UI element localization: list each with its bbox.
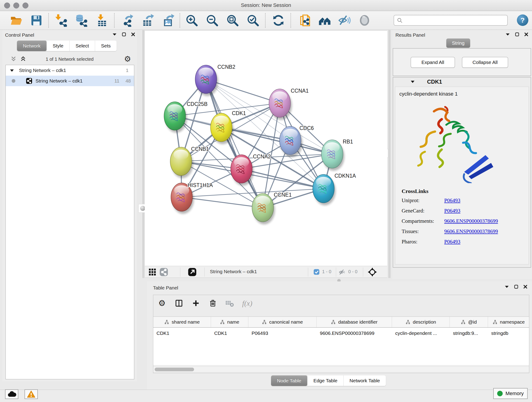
collapse-all-icon[interactable] [11,56,17,62]
cloud-button[interactable] [5,389,18,399]
tab-edge-table[interactable]: Edge Table [307,375,344,386]
export-network-icon [121,14,133,27]
function-builder-button[interactable]: f(x) [242,299,252,307]
panel-float-icon[interactable] [515,32,519,36]
search-input[interactable] [403,15,507,25]
show-graphics-details-button[interactable] [357,13,372,27]
network-row-selected[interactable]: String Network – cdk1 11 48 [6,76,134,86]
birdseye-toggle-button[interactable] [367,267,377,278]
table-row[interactable]: CDK1CDK1P064939606.ENSP00000378699cyclin… [153,328,529,339]
import-table-button[interactable] [95,13,109,27]
network-node-CCNE1[interactable]: CCNE1 [252,192,292,224]
zoom-selected-button[interactable] [246,13,260,27]
table-horizontal-scrollbar[interactable] [153,367,529,372]
network-badge-button[interactable] [159,268,168,277]
network-node-CCNA1[interactable]: CCNA1 [269,88,309,120]
crosslink-link[interactable]: 9606.ENSP00000378699 [444,218,498,224]
protein-description: cyclin-dependent kinase 1 [399,91,457,97]
left-splitter[interactable] [143,30,145,278]
grid-view-button[interactable] [148,268,156,277]
panel-close-icon[interactable] [131,32,135,36]
network-node-CDC25B[interactable]: CDC25B [164,101,208,133]
network-node-CCNA2[interactable]: CCNA2 [231,153,271,186]
network-canvas[interactable]: CCNB2CCNA1CDC25BCDK1CDC6RB1CCNB1CCNA2CDK… [145,31,387,266]
crosslink-link[interactable]: P06493 [444,239,460,245]
tab-string[interactable]: String [446,38,470,48]
warnings-button[interactable] [25,389,38,399]
network-edge[interactable] [206,79,263,208]
panel-float-icon[interactable] [514,285,518,289]
show-columns-button[interactable] [174,299,184,308]
column-header-namespace[interactable]: namespace [488,317,529,327]
hide-graphics-details-button[interactable] [337,13,351,27]
network-node-CCNB2[interactable]: CCNB2 [195,64,235,96]
column-header-name[interactable]: name [211,317,248,327]
crosslink-link[interactable]: 9606.ENSP00000378699 [444,229,498,235]
crosslink-link[interactable]: P06493 [444,198,460,204]
column-header-description[interactable]: description [392,317,450,327]
column-header-database-identifier[interactable]: database identifier [317,317,392,327]
network-collection-row[interactable]: String Network – cdk1 1 [6,65,134,76]
tree-expander-icon[interactable] [10,69,14,72]
network-node-CDKN1A[interactable]: CDKN1A [313,173,356,205]
column-header-canonical-name[interactable]: canonical name [248,317,317,327]
crosslinks-section: CrossLinks Uniprot:P06493GeneCard:P06493… [402,188,525,249]
save-session-button[interactable] [29,13,44,27]
hidden-toggle[interactable] [339,269,346,276]
protein-section-header[interactable]: CDK1 [393,77,531,86]
right-splitter[interactable] [389,30,391,278]
collapse-all-button[interactable]: Collapse All [462,57,508,68]
table-options-gear-icon[interactable]: ⚙ [157,299,167,308]
import-network-from-database-button[interactable] [74,13,89,27]
search-field[interactable] [394,15,508,26]
column-header-shared-name[interactable]: shared name [153,317,211,327]
open-session-button[interactable] [9,13,23,27]
column-header-id[interactable]: @id [450,317,488,327]
zoom-out-button[interactable] [205,13,219,27]
tab-node-table[interactable]: Node Table [271,375,307,386]
create-column-button[interactable] [191,299,201,308]
panel-float-icon[interactable] [122,32,126,36]
delete-column-button[interactable] [208,299,217,308]
network-node-RB1[interactable]: RB1 [322,139,353,171]
memory-button[interactable]: Memory [493,388,528,399]
zoom-in-button[interactable] [185,13,199,27]
scrollbar-thumb[interactable] [155,368,194,371]
panel-menu-icon[interactable] [505,285,509,288]
network-type-icon [26,78,32,84]
tab-select[interactable]: Select [70,41,95,51]
tab-network-table[interactable]: Network Table [344,375,386,386]
tab-style[interactable]: Style [47,41,70,51]
section-expander-icon[interactable] [411,80,415,83]
delete-table-button[interactable] [225,299,234,308]
open-in-window-button[interactable] [188,268,196,277]
network-node-HIST1H1A[interactable]: HIST1H1A [171,182,213,214]
export-table-button[interactable] [140,13,155,27]
export-image-button[interactable] [161,13,175,27]
network-edge[interactable] [182,197,263,208]
crosslink-link[interactable]: P06493 [444,208,460,214]
crosslink-row: Compartments:9606.ENSP00000378699 [402,218,525,224]
network-node-CCNB1[interactable]: CCNB1 [170,146,209,178]
column-type-icon [461,320,466,324]
network-node-CDC6[interactable]: CDC6 [279,125,314,157]
import-network-button[interactable] [54,13,69,27]
selected-checkbox[interactable] [313,269,320,276]
panel-menu-icon[interactable] [505,33,510,36]
panel-menu-icon[interactable] [112,33,117,36]
export-network-button[interactable] [120,13,134,27]
network-edge[interactable] [241,169,323,189]
tab-sets[interactable]: Sets [95,41,117,51]
zoom-fit-button[interactable] [225,13,240,27]
network-options-gear-icon[interactable]: ⚙ [124,54,131,64]
home-pages-button[interactable] [317,13,332,27]
panel-close-icon[interactable] [524,32,528,36]
panel-close-icon[interactable] [523,285,527,289]
expand-all-button[interactable]: Expand All [411,57,455,68]
network-edge[interactable] [221,128,332,154]
help-button[interactable]: ? [517,14,528,26]
network-from-file-button[interactable] [298,13,312,27]
expand-all-icon[interactable] [20,56,26,62]
tab-network[interactable]: Network [17,41,47,51]
refresh-button[interactable] [271,13,285,27]
